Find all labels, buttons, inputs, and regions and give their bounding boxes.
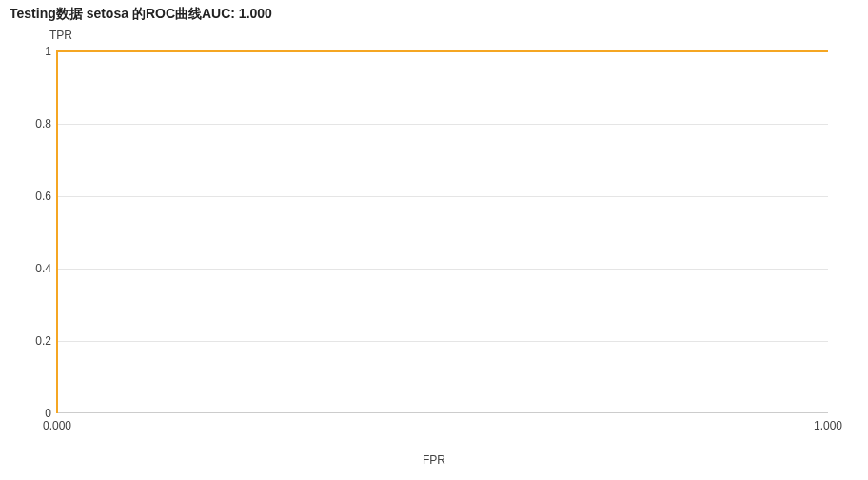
y-tick: 0.2 — [35, 334, 51, 348]
y-tick: 0.8 — [35, 117, 51, 130]
y-tick: 0.4 — [35, 262, 51, 275]
x-tick: 1.000 — [814, 419, 842, 432]
y-axis-label: TPR — [49, 29, 72, 42]
y-tick: 0.6 — [35, 190, 51, 203]
x-axis-label: FPR — [0, 453, 868, 467]
y-tick: 0 — [45, 407, 51, 420]
roc-curve — [57, 51, 828, 413]
x-tick: 0.000 — [43, 419, 71, 432]
y-tick: 1 — [45, 45, 51, 58]
chart-title: Testing数据 setosa 的ROC曲线AUC: 1.000 — [10, 6, 272, 23]
